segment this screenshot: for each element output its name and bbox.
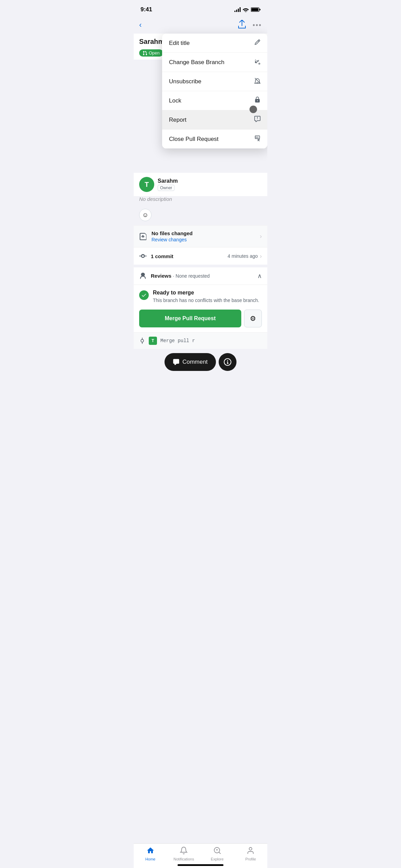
commit-author-avatar: T [149, 337, 157, 345]
dropdown-item-icon-0 [254, 39, 260, 47]
signal-icon [234, 7, 241, 12]
dropdown-menu: Edit titleChange Base BranchUnsubscribeL… [162, 34, 267, 148]
dropdown-item-label-4: Report [169, 117, 186, 123]
files-changed-left: No files changed Review changes [139, 230, 193, 242]
svg-rect-1 [251, 8, 258, 11]
chevron-right-icon: › [260, 233, 262, 240]
commit-avatar-letter: T [151, 338, 154, 343]
commit-line-row: T Merge pull r [134, 332, 267, 349]
files-changed-title: No files changed [151, 230, 193, 236]
pr-description: No description [134, 196, 267, 206]
review-changes-link[interactable]: Review changes [151, 237, 193, 242]
reviews-left: Reviews · None requested [139, 272, 210, 280]
open-label: Open [149, 50, 160, 56]
merge-status-row: Ready to merge This branch has no confli… [139, 290, 262, 304]
status-bar: 9:41 [134, 0, 267, 16]
reviews-subtitle: · None requested [173, 273, 210, 279]
reviews-info: Reviews · None requested [151, 273, 210, 279]
dropdown-item-1[interactable]: Change Base Branch [162, 53, 267, 72]
dropdown-item-icon-2 [254, 77, 260, 85]
svg-point-4 [141, 339, 144, 342]
author-role: Owner [158, 185, 174, 191]
commits-row[interactable]: 1 commit 4 minutes ago › [134, 247, 267, 265]
nav-actions: ••• [238, 20, 262, 31]
dropdown-item-label-3: Lock [169, 97, 181, 104]
share-button[interactable] [238, 20, 246, 31]
commit-icon [139, 252, 147, 260]
author-row: T Sarahm Owner [134, 173, 267, 196]
floating-actions: Comment [134, 349, 267, 375]
dropdown-item-label-2: Unsubscribe [169, 78, 202, 85]
dropdown-item-0[interactable]: Edit title [162, 34, 267, 53]
dropdown-item-icon-5 [254, 135, 260, 143]
svg-rect-2 [259, 9, 260, 11]
commits-chevron-icon: › [260, 253, 262, 260]
content-below-dropdown: T Sarahm Owner No description ☺ No files… [134, 173, 267, 265]
svg-line-3 [255, 78, 260, 83]
dropdown-item-2[interactable]: Unsubscribe [162, 72, 267, 91]
commit-time: 4 minutes ago [228, 253, 258, 259]
wifi-icon [243, 7, 249, 12]
collapse-icon[interactable]: ∧ [257, 272, 262, 280]
status-time: 9:41 [141, 6, 152, 13]
merge-status-title: Ready to merge [153, 290, 259, 296]
battery-icon [251, 7, 260, 12]
commit-right: 4 minutes ago › [228, 253, 262, 260]
file-diff-icon [139, 232, 147, 241]
more-button[interactable]: ••• [253, 21, 262, 29]
commit-left: 1 commit [139, 252, 173, 260]
avatar-letter: T [145, 181, 149, 189]
info-icon [224, 358, 231, 366]
dropdown-item-label-5: Close Pull Request [169, 136, 219, 143]
commit-count: 1 commit [151, 253, 173, 259]
merge-pull-request-button[interactable]: Merge Pull Request [139, 310, 241, 327]
merge-status-desc: This branch has no conflicts with the ba… [153, 297, 259, 304]
commit-line-icon [139, 338, 145, 344]
merge-actions: Merge Pull Request ⚙ [139, 310, 262, 327]
person-icon [139, 272, 147, 280]
status-icons [234, 7, 260, 12]
dropdown-item-icon-1 [254, 58, 260, 66]
reviews-title: Reviews [151, 273, 171, 279]
merge-section: Ready to merge This branch has no confli… [134, 285, 267, 332]
section-divider [134, 265, 267, 267]
add-reaction-button[interactable]: ☺ [139, 209, 151, 221]
author-name: Sarahm [158, 178, 262, 184]
commit-message: Merge pull r [160, 338, 195, 343]
comment-icon [173, 359, 180, 365]
avatar: T [139, 177, 154, 192]
emoji-row: ☺ [134, 206, 267, 225]
reviews-row: Reviews · None requested ∧ [134, 267, 267, 285]
dropdown-item-label-1: Change Base Branch [169, 59, 224, 66]
navigation-bar: ‹ ••• [134, 16, 267, 34]
back-button[interactable]: ‹ [139, 19, 144, 31]
comment-button[interactable]: Comment [165, 353, 216, 371]
dropdown-item-4[interactable]: Report [162, 110, 267, 130]
dropdown-item-5[interactable]: Close Pull Request [162, 130, 267, 148]
info-button[interactable] [219, 353, 236, 371]
dropdown-item-label-0: Edit title [169, 40, 190, 47]
merge-settings-button[interactable]: ⚙ [244, 310, 262, 327]
comment-label: Comment [182, 359, 208, 365]
check-circle-icon [139, 290, 149, 300]
files-changed-info: No files changed Review changes [151, 230, 193, 242]
pr-status-badge: Open [139, 49, 163, 57]
dropdown-item-icon-4 [254, 116, 260, 124]
author-info: Sarahm Owner [158, 178, 262, 191]
merge-text: Ready to merge This branch has no confli… [153, 290, 259, 304]
dropdown-item-icon-3 [254, 97, 260, 105]
scroll-indicator [250, 106, 257, 113]
files-changed-row[interactable]: No files changed Review changes › [134, 225, 267, 247]
